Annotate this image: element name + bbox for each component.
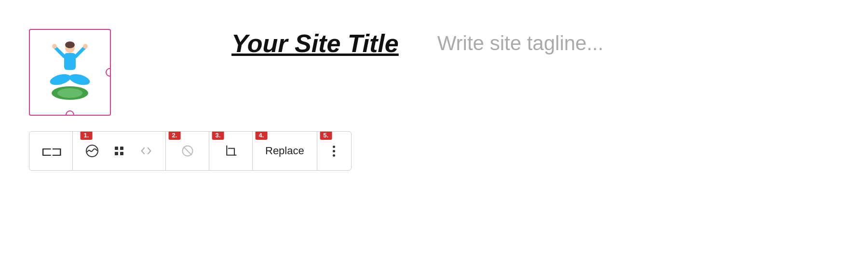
svg-point-1 bbox=[65, 41, 75, 48]
more-options-button[interactable] bbox=[333, 144, 335, 158]
badge-1: 1. bbox=[81, 131, 93, 140]
dot-3 bbox=[333, 154, 335, 157]
handle-bottom[interactable] bbox=[66, 110, 74, 116]
svg-rect-12 bbox=[115, 147, 118, 150]
dot-1 bbox=[333, 146, 335, 148]
badge-2: 2. bbox=[169, 131, 181, 140]
chevron-left-right-btn[interactable] bbox=[137, 142, 155, 160]
toolbar-section-2: 2. bbox=[166, 132, 209, 170]
crop-icon bbox=[224, 144, 238, 158]
no-icon bbox=[181, 144, 194, 158]
svg-rect-2 bbox=[64, 53, 76, 70]
chevron-left-right-icon bbox=[139, 144, 153, 158]
svg-point-6 bbox=[83, 44, 88, 49]
svg-point-10 bbox=[57, 88, 82, 98]
svg-point-8 bbox=[68, 72, 91, 87]
toolbar-section-3: 3. bbox=[209, 132, 253, 170]
site-tagline[interactable]: Write site tagline... bbox=[437, 32, 604, 55]
main-container: ⊏⊐ 1. bbox=[29, 29, 352, 171]
resize-icon: ⊏⊐ bbox=[41, 143, 61, 159]
badge-3: 3. bbox=[212, 131, 224, 140]
wave-icon-btn[interactable] bbox=[83, 142, 101, 160]
toolbar: ⊏⊐ 1. bbox=[29, 131, 352, 171]
handle-right[interactable] bbox=[106, 68, 111, 77]
svg-point-7 bbox=[49, 72, 72, 87]
svg-line-17 bbox=[184, 147, 191, 155]
logo-area[interactable] bbox=[29, 29, 121, 125]
badge-4: 4. bbox=[256, 131, 268, 140]
toolbar-section-1: 1. bbox=[73, 132, 166, 170]
grid-icon bbox=[112, 144, 126, 158]
badge-5: 5. bbox=[320, 131, 332, 140]
svg-point-5 bbox=[52, 44, 57, 49]
replace-button[interactable]: Replace bbox=[261, 145, 308, 157]
toolbar-section-5: 5. bbox=[317, 132, 351, 170]
logo-box[interactable] bbox=[29, 29, 111, 116]
filter-icon-btn[interactable] bbox=[179, 142, 196, 160]
toolbar-section-4: 4. Replace bbox=[253, 132, 317, 170]
svg-rect-13 bbox=[120, 147, 123, 150]
toolbar-resize-cell[interactable]: ⊏⊐ bbox=[29, 132, 73, 170]
dot-2 bbox=[333, 150, 335, 152]
yoga-figure-icon bbox=[46, 41, 94, 104]
svg-rect-15 bbox=[120, 152, 123, 155]
grid-icon-btn[interactable] bbox=[110, 142, 128, 160]
wave-icon bbox=[85, 144, 99, 158]
svg-rect-14 bbox=[115, 152, 118, 155]
crop-icon-btn[interactable] bbox=[222, 142, 240, 160]
